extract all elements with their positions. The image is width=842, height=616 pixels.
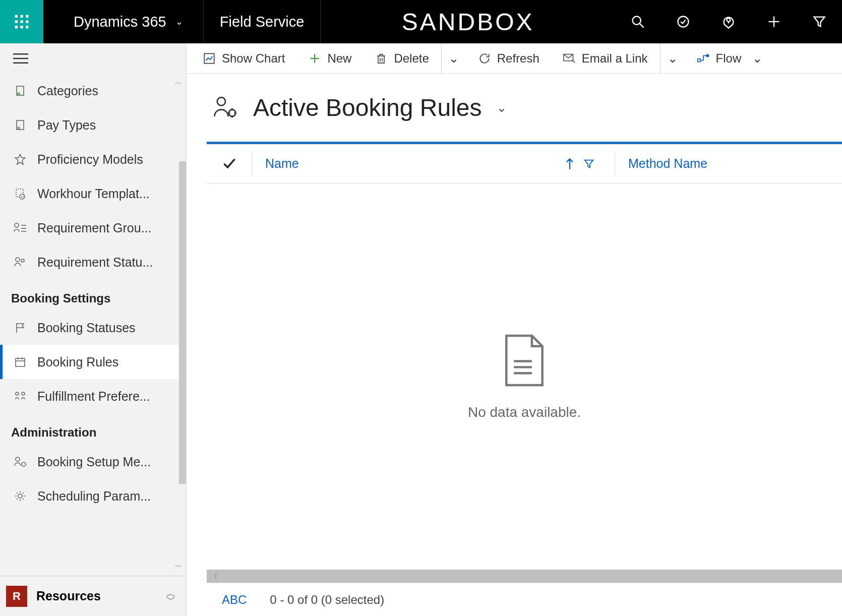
chevron-down-icon: ⌄ [668, 51, 678, 66]
nav-label: Booking Rules [37, 355, 118, 369]
svg-rect-47 [697, 58, 700, 61]
grid-empty-message: No data available. [468, 404, 581, 420]
nav-group-booking-settings: Booking Settings [0, 279, 186, 311]
nav-collapse-button[interactable] [0, 43, 186, 74]
cmd-refresh[interactable]: Refresh [467, 43, 551, 73]
nav-label: Pay Types [37, 118, 96, 133]
calendar-icon [13, 355, 27, 369]
person-gear-icon [13, 455, 27, 469]
grid-index-toggle[interactable]: ABC [222, 593, 247, 607]
column-label: Method Name [628, 156, 707, 171]
nav-item-requirement-groups[interactable]: Requirement Grou... [0, 211, 186, 245]
add-button[interactable] [751, 0, 797, 43]
nav-label: Categories [37, 84, 98, 98]
grid-column-method-name[interactable]: Method Name [615, 156, 842, 171]
svg-rect-0 [15, 15, 18, 18]
svg-point-9 [633, 17, 641, 25]
global-top-bar: Dynamics 365 ⌄ Field Service SANDBOX [0, 0, 842, 43]
svg-rect-48 [706, 54, 709, 57]
cmd-flow[interactable]: Flow ⌄ [686, 43, 774, 73]
nav-item-categories[interactable]: Categories [0, 74, 186, 108]
nav-item-booking-statuses[interactable]: Booking Statuses [0, 311, 186, 345]
left-nav: ︿ ﹀ Categories Pay Types Proficiency Mod… [0, 43, 187, 616]
nav-scroll-up[interactable]: ︿ [175, 78, 185, 87]
svg-point-30 [21, 259, 24, 262]
nav-item-fulfillment-preferences[interactable]: Fulfillment Prefere... [0, 379, 186, 413]
nav-label: Fulfillment Prefere... [37, 389, 150, 404]
search-button[interactable] [615, 0, 660, 43]
svg-rect-8 [26, 26, 28, 28]
help-button[interactable] [706, 0, 751, 43]
cmd-label: Email a Link [582, 51, 648, 66]
svg-point-37 [22, 392, 25, 395]
document-icon [502, 333, 547, 390]
filter-icon [583, 158, 594, 169]
flag-icon [13, 321, 27, 335]
cmd-delete[interactable]: Delete [364, 43, 440, 73]
svg-rect-32 [16, 358, 25, 366]
nav-label: Booking Statuses [37, 321, 136, 335]
grid-select-all[interactable] [207, 151, 252, 176]
svg-point-11 [678, 17, 689, 27]
cmd-email-split[interactable]: ⌄ [660, 43, 685, 73]
gear-icon [13, 489, 27, 503]
scroll-left-icon: 〈 [210, 572, 218, 582]
cmd-label: Delete [394, 51, 429, 66]
column-label: Name [265, 156, 299, 171]
task-button[interactable] [660, 0, 706, 43]
person-list-icon [13, 221, 27, 235]
grid-horizontal-scrollbar[interactable]: 〈 [207, 570, 842, 583]
svg-point-20 [18, 93, 20, 95]
view-selector-chevron[interactable]: ⌄ [496, 100, 507, 115]
svg-rect-4 [20, 20, 23, 23]
svg-rect-7 [20, 26, 23, 28]
document-icon [13, 84, 27, 98]
grid-column-name[interactable]: Name [252, 151, 615, 176]
nav-label: Proficiency Models [37, 152, 143, 167]
svg-line-10 [640, 24, 644, 28]
cmd-new[interactable]: New [297, 43, 363, 73]
svg-point-25 [15, 223, 19, 227]
filter-button[interactable] [797, 0, 842, 43]
area-chevrons-icon: ︿﹀ [166, 590, 186, 602]
nav-item-booking-setup-metadata[interactable]: Booking Setup Me... [0, 445, 186, 479]
cmd-label: Flow [716, 51, 742, 66]
nav-item-workhour-templates[interactable]: Workhour Templat... [0, 176, 186, 211]
app-launcher-button[interactable] [0, 0, 43, 43]
cmd-delete-split[interactable]: ⌄ [441, 43, 466, 73]
svg-point-12 [727, 18, 731, 22]
people-icon [13, 255, 27, 269]
cmd-email-link[interactable]: Email a Link [552, 43, 659, 73]
sort-asc-icon [565, 158, 574, 170]
area-switcher[interactable]: R Resources ︿﹀ [0, 576, 186, 616]
nav-label: Workhour Templat... [37, 187, 150, 201]
nav-item-scheduling-parameters[interactable]: Scheduling Param... [0, 479, 186, 513]
nav-label: Booking Setup Me... [37, 455, 151, 469]
svg-point-49 [217, 97, 225, 105]
brand-dropdown[interactable]: Dynamics 365 ⌄ [43, 0, 204, 43]
module-label: Field Service [204, 0, 321, 43]
nav-item-booking-rules[interactable]: Booking Rules [0, 345, 186, 379]
clock-document-icon [13, 187, 27, 201]
cmd-show-chart[interactable]: Show Chart [192, 43, 296, 73]
people-gear-icon [212, 94, 239, 121]
nav-item-pay-types[interactable]: Pay Types [0, 108, 186, 142]
chevron-down-icon: ⌄ [449, 51, 459, 66]
star-icon [13, 152, 27, 166]
data-grid: Name Method Name No data available. 〈 [207, 142, 842, 616]
svg-point-29 [16, 258, 20, 262]
svg-point-39 [22, 462, 26, 466]
nav-label: Requirement Statu... [37, 255, 153, 270]
chevron-down-icon: ⌄ [752, 51, 762, 66]
nav-scroll-down[interactable]: ﹀ [175, 563, 185, 572]
main-content: Show Chart New Delete ⌄ Refresh Email a … [187, 43, 842, 616]
grid-paging-status: 0 - 0 of 0 (0 selected) [270, 593, 384, 607]
sidebar-scrollbar[interactable] [179, 161, 186, 484]
svg-point-22 [18, 127, 20, 129]
nav-item-requirement-statuses[interactable]: Requirement Statu... [0, 245, 186, 279]
people-swap-icon [13, 389, 27, 403]
grid-header-row: Name Method Name [207, 144, 842, 183]
svg-rect-6 [15, 26, 18, 28]
nav-item-proficiency-models[interactable]: Proficiency Models [0, 142, 186, 176]
plus-icon [308, 52, 321, 65]
